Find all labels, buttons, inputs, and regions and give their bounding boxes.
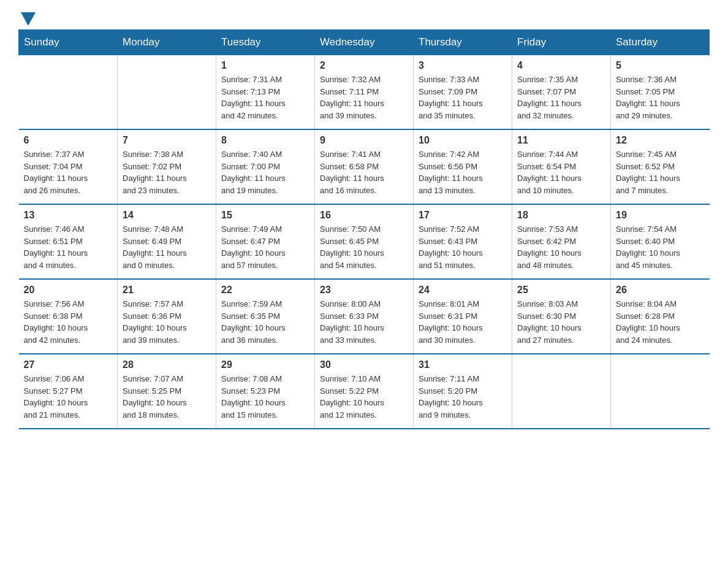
day-number: 8 xyxy=(221,135,309,146)
weekday-header-sunday: Sunday xyxy=(19,30,118,55)
day-number: 6 xyxy=(24,135,113,146)
calendar-cell: 30Sunrise: 7:10 AMSunset: 5:22 PMDayligh… xyxy=(315,354,414,429)
calendar-cell: 24Sunrise: 8:01 AMSunset: 6:31 PMDayligh… xyxy=(414,279,512,354)
day-info: Sunrise: 7:49 AMSunset: 6:47 PMDaylight:… xyxy=(221,223,309,271)
day-number: 22 xyxy=(221,285,309,296)
calendar-cell: 17Sunrise: 7:52 AMSunset: 6:43 PMDayligh… xyxy=(414,204,512,279)
day-info: Sunrise: 7:10 AMSunset: 5:22 PMDaylight:… xyxy=(320,373,408,421)
day-number: 24 xyxy=(419,285,507,296)
calendar-week-4: 27Sunrise: 7:06 AMSunset: 5:27 PMDayligh… xyxy=(19,354,710,429)
calendar-cell: 9Sunrise: 7:41 AMSunset: 6:58 PMDaylight… xyxy=(315,129,414,204)
calendar-cell: 4Sunrise: 7:35 AMSunset: 7:07 PMDaylight… xyxy=(512,55,611,130)
day-info: Sunrise: 7:33 AMSunset: 7:09 PMDaylight:… xyxy=(419,74,507,121)
day-number: 27 xyxy=(24,359,113,370)
calendar-cell: 12Sunrise: 7:45 AMSunset: 6:52 PMDayligh… xyxy=(611,129,710,204)
day-number: 2 xyxy=(320,60,408,71)
calendar-header-row: SundayMondayTuesdayWednesdayThursdayFrid… xyxy=(19,30,710,55)
day-number: 25 xyxy=(517,285,605,296)
calendar-cell: 26Sunrise: 8:04 AMSunset: 6:28 PMDayligh… xyxy=(611,279,710,354)
calendar-cell: 15Sunrise: 7:49 AMSunset: 6:47 PMDayligh… xyxy=(216,204,315,279)
day-number: 10 xyxy=(419,135,507,146)
day-number: 16 xyxy=(320,210,408,221)
day-number: 17 xyxy=(419,210,507,221)
calendar-cell xyxy=(512,354,611,429)
day-info: Sunrise: 7:31 AMSunset: 7:13 PMDaylight:… xyxy=(221,74,309,121)
day-number: 13 xyxy=(24,210,113,221)
day-info: Sunrise: 8:01 AMSunset: 6:31 PMDaylight:… xyxy=(419,298,507,346)
day-info: Sunrise: 7:54 AMSunset: 6:40 PMDaylight:… xyxy=(616,223,705,271)
day-info: Sunrise: 7:57 AMSunset: 6:36 PMDaylight:… xyxy=(123,298,211,346)
day-info: Sunrise: 7:36 AMSunset: 7:05 PMDaylight:… xyxy=(616,74,705,121)
day-info: Sunrise: 7:38 AMSunset: 7:02 PMDaylight:… xyxy=(123,148,211,196)
day-info: Sunrise: 7:52 AMSunset: 6:43 PMDaylight:… xyxy=(419,223,507,271)
calendar-cell: 3Sunrise: 7:33 AMSunset: 7:09 PMDaylight… xyxy=(414,55,512,130)
calendar-week-1: 6Sunrise: 7:37 AMSunset: 7:04 PMDaylight… xyxy=(19,129,710,204)
day-number: 23 xyxy=(320,285,408,296)
day-info: Sunrise: 7:35 AMSunset: 7:07 PMDaylight:… xyxy=(517,74,605,121)
weekday-header-saturday: Saturday xyxy=(611,30,710,55)
calendar-cell: 8Sunrise: 7:40 AMSunset: 7:00 PMDaylight… xyxy=(216,129,315,204)
calendar-cell xyxy=(19,55,118,130)
calendar-week-0: 1Sunrise: 7:31 AMSunset: 7:13 PMDaylight… xyxy=(19,55,710,130)
weekday-header-friday: Friday xyxy=(512,30,611,55)
day-info: Sunrise: 7:45 AMSunset: 6:52 PMDaylight:… xyxy=(616,148,705,196)
day-number: 7 xyxy=(123,135,211,146)
calendar-cell xyxy=(118,55,216,130)
calendar-cell: 29Sunrise: 7:08 AMSunset: 5:23 PMDayligh… xyxy=(216,354,315,429)
day-number: 9 xyxy=(320,135,408,146)
day-info: Sunrise: 8:03 AMSunset: 6:30 PMDaylight:… xyxy=(517,298,605,346)
day-number: 19 xyxy=(616,210,705,221)
day-info: Sunrise: 7:46 AMSunset: 6:51 PMDaylight:… xyxy=(24,223,113,271)
calendar-cell: 16Sunrise: 7:50 AMSunset: 6:45 PMDayligh… xyxy=(315,204,414,279)
day-number: 26 xyxy=(616,285,705,296)
day-number: 14 xyxy=(123,210,211,221)
calendar-week-2: 13Sunrise: 7:46 AMSunset: 6:51 PMDayligh… xyxy=(19,204,710,279)
day-info: Sunrise: 7:44 AMSunset: 6:54 PMDaylight:… xyxy=(517,148,605,196)
logo-triangle-icon xyxy=(21,12,36,26)
calendar-cell: 19Sunrise: 7:54 AMSunset: 6:40 PMDayligh… xyxy=(611,204,710,279)
calendar-cell: 2Sunrise: 7:32 AMSunset: 7:11 PMDaylight… xyxy=(315,55,414,130)
day-info: Sunrise: 7:42 AMSunset: 6:56 PMDaylight:… xyxy=(419,148,507,196)
day-info: Sunrise: 8:00 AMSunset: 6:33 PMDaylight:… xyxy=(320,298,408,346)
day-info: Sunrise: 7:11 AMSunset: 5:20 PMDaylight:… xyxy=(419,373,507,421)
weekday-header-monday: Monday xyxy=(118,30,216,55)
day-number: 11 xyxy=(517,135,605,146)
day-info: Sunrise: 7:32 AMSunset: 7:11 PMDaylight:… xyxy=(320,74,408,121)
calendar-table: SundayMondayTuesdayWednesdayThursdayFrid… xyxy=(18,29,710,429)
page-header xyxy=(18,12,710,23)
day-number: 30 xyxy=(320,359,408,370)
calendar-cell: 20Sunrise: 7:56 AMSunset: 6:38 PMDayligh… xyxy=(19,279,118,354)
calendar-cell: 5Sunrise: 7:36 AMSunset: 7:05 PMDaylight… xyxy=(611,55,710,130)
calendar-cell: 22Sunrise: 7:59 AMSunset: 6:35 PMDayligh… xyxy=(216,279,315,354)
day-number: 3 xyxy=(419,60,507,71)
day-number: 5 xyxy=(616,60,705,71)
calendar-cell: 18Sunrise: 7:53 AMSunset: 6:42 PMDayligh… xyxy=(512,204,611,279)
calendar-cell: 21Sunrise: 7:57 AMSunset: 6:36 PMDayligh… xyxy=(118,279,216,354)
calendar-cell: 25Sunrise: 8:03 AMSunset: 6:30 PMDayligh… xyxy=(512,279,611,354)
day-number: 12 xyxy=(616,135,705,146)
day-number: 28 xyxy=(123,359,211,370)
logo xyxy=(18,12,38,23)
calendar-cell: 1Sunrise: 7:31 AMSunset: 7:13 PMDaylight… xyxy=(216,55,315,130)
calendar-cell: 6Sunrise: 7:37 AMSunset: 7:04 PMDaylight… xyxy=(19,129,118,204)
day-number: 15 xyxy=(221,210,309,221)
day-info: Sunrise: 7:41 AMSunset: 6:58 PMDaylight:… xyxy=(320,148,408,196)
calendar-cell: 31Sunrise: 7:11 AMSunset: 5:20 PMDayligh… xyxy=(414,354,512,429)
calendar-cell: 14Sunrise: 7:48 AMSunset: 6:49 PMDayligh… xyxy=(118,204,216,279)
day-info: Sunrise: 7:40 AMSunset: 7:00 PMDaylight:… xyxy=(221,148,309,196)
day-number: 21 xyxy=(123,285,211,296)
calendar-cell: 11Sunrise: 7:44 AMSunset: 6:54 PMDayligh… xyxy=(512,129,611,204)
day-number: 1 xyxy=(221,60,309,71)
day-info: Sunrise: 7:50 AMSunset: 6:45 PMDaylight:… xyxy=(320,223,408,271)
calendar-cell: 28Sunrise: 7:07 AMSunset: 5:25 PMDayligh… xyxy=(118,354,216,429)
calendar-cell xyxy=(611,354,710,429)
day-number: 29 xyxy=(221,359,309,370)
day-info: Sunrise: 7:08 AMSunset: 5:23 PMDaylight:… xyxy=(221,373,309,421)
day-info: Sunrise: 7:48 AMSunset: 6:49 PMDaylight:… xyxy=(123,223,211,271)
day-number: 18 xyxy=(517,210,605,221)
day-info: Sunrise: 7:07 AMSunset: 5:25 PMDaylight:… xyxy=(123,373,211,421)
calendar-cell: 23Sunrise: 8:00 AMSunset: 6:33 PMDayligh… xyxy=(315,279,414,354)
weekday-header-tuesday: Tuesday xyxy=(216,30,315,55)
day-info: Sunrise: 8:04 AMSunset: 6:28 PMDaylight:… xyxy=(616,298,705,346)
calendar-cell: 7Sunrise: 7:38 AMSunset: 7:02 PMDaylight… xyxy=(118,129,216,204)
